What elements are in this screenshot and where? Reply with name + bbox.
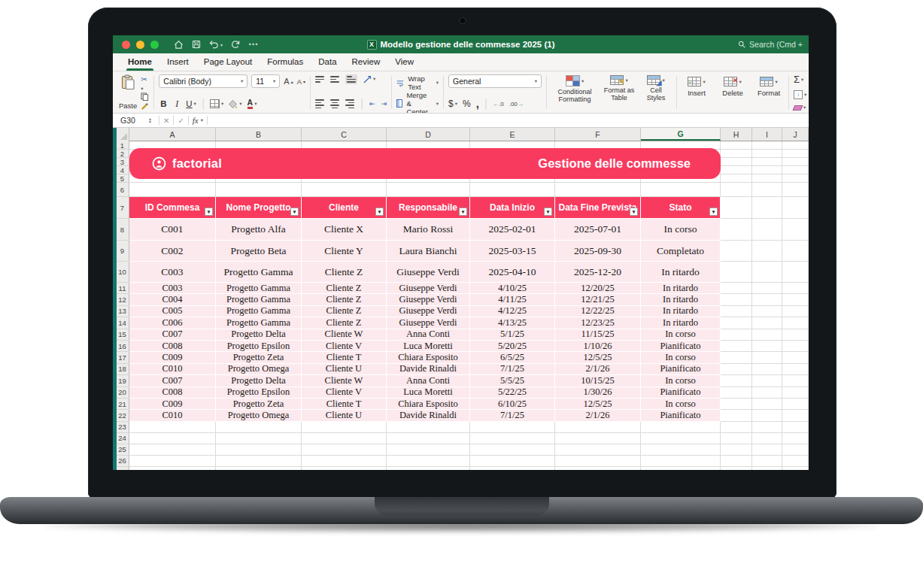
fill-color-button[interactable]: ▾ (229, 100, 241, 108)
cell-H6[interactable] (721, 183, 752, 197)
cell-D20[interactable]: Luca Moretti (387, 387, 470, 399)
cell-H1[interactable] (721, 141, 752, 150)
cell-E13[interactable]: 4/12/25 (470, 306, 555, 317)
filter-dropdown[interactable]: ▾ (630, 208, 638, 216)
align-center-icon[interactable] (330, 99, 339, 108)
percent-button[interactable]: % (463, 99, 471, 109)
cell-F14[interactable]: 12/23/25 (555, 317, 641, 329)
cell-I11[interactable] (752, 283, 782, 294)
cell-H20[interactable] (721, 387, 752, 399)
increase-indent-icon[interactable]: ⇥ (381, 100, 387, 108)
cell-H4[interactable] (721, 166, 752, 174)
cell-B15[interactable]: Progetto Delta (216, 329, 302, 341)
cell-D12[interactable]: Giuseppe Verdi (387, 294, 470, 305)
tab-formulas[interactable]: Formulas (260, 53, 311, 71)
cell-H24[interactable] (721, 433, 752, 444)
cell-I8[interactable] (752, 219, 782, 241)
orientation-icon[interactable]: ▾ (363, 75, 375, 83)
italic-button[interactable]: I (173, 99, 181, 110)
cell-E11[interactable]: 4/10/25 (470, 283, 555, 294)
cell-D27[interactable] (387, 467, 470, 470)
bold-button[interactable]: B (159, 99, 168, 108)
cell-H5[interactable] (721, 174, 752, 183)
cell-G14[interactable]: In ritardo (641, 317, 721, 329)
cell-J24[interactable] (782, 433, 809, 444)
cell-C9[interactable]: Cliente Y (302, 241, 387, 262)
cell-E26[interactable] (470, 456, 555, 467)
filter-dropdown[interactable]: ▾ (459, 208, 467, 216)
cell-A10[interactable]: C003 (129, 262, 216, 283)
cell-G22[interactable]: Pianificato (641, 410, 721, 421)
cell-J5[interactable] (782, 174, 809, 183)
cell-H15[interactable] (721, 329, 752, 341)
cell-B14[interactable]: Progetto Gamma (216, 317, 302, 329)
cell-J12[interactable] (782, 294, 809, 305)
increase-decimal-button[interactable]: ←.0 (493, 101, 504, 108)
cell-D11[interactable]: Giuseppe Verdi (387, 283, 470, 294)
cell-C12[interactable]: Cliente Z (302, 294, 387, 305)
cell-G6[interactable] (641, 183, 721, 197)
cell-F10[interactable]: 2025-12-20 (555, 262, 641, 283)
decrease-font-icon[interactable]: A▾ (297, 77, 305, 86)
cell-C11[interactable]: Cliente Z (302, 283, 387, 294)
cell-G16[interactable]: Pianificato (641, 341, 721, 352)
format-painter-icon[interactable] (141, 102, 149, 110)
cell-I15[interactable] (752, 329, 782, 341)
cell-G21[interactable]: In corso (641, 399, 721, 410)
wrap-text-label[interactable]: Wrap Text (408, 74, 433, 91)
cell-C7[interactable]: Cliente▾ (302, 197, 387, 219)
align-middle-icon[interactable] (330, 76, 339, 83)
cell-J3[interactable] (782, 158, 809, 166)
cell-C25[interactable] (302, 444, 387, 456)
undo-button[interactable]: ▾ (209, 40, 223, 49)
cell-H10[interactable] (721, 262, 752, 283)
insert-function-icon[interactable]: fx (193, 116, 199, 125)
cell-C17[interactable]: Cliente T (302, 352, 387, 363)
cell-H13[interactable] (721, 306, 752, 317)
name-box-stepper[interactable]: ▲▼ (148, 117, 152, 123)
cell-B25[interactable] (216, 444, 302, 456)
cell-C23[interactable] (302, 422, 387, 433)
cell-C26[interactable] (302, 456, 387, 467)
cell-A17[interactable]: C009 (129, 352, 216, 363)
cell-A9[interactable]: C002 (129, 241, 216, 262)
cell-F25[interactable] (555, 444, 641, 456)
column-header-G[interactable]: G (641, 128, 721, 141)
redo-icon[interactable] (231, 40, 240, 49)
cell-A20[interactable]: C008 (129, 387, 216, 399)
cell-D24[interactable] (387, 433, 470, 444)
cell-C27[interactable] (302, 467, 387, 470)
column-header-C[interactable]: C (302, 128, 387, 141)
cell-I24[interactable] (752, 433, 782, 444)
cell-E19[interactable]: 5/5/25 (470, 375, 555, 386)
cell-J9[interactable] (782, 241, 809, 262)
cell-E8[interactable]: 2025-02-01 (470, 219, 555, 241)
cell-A23[interactable] (129, 422, 216, 433)
clear-button[interactable]: ▾ (794, 105, 806, 111)
cell-I5[interactable] (752, 174, 782, 183)
number-format-select[interactable]: General▾ (448, 74, 542, 88)
filter-dropdown[interactable]: ▾ (290, 208, 299, 216)
cell-D7[interactable]: Responsabile▾ (387, 197, 470, 219)
cell-J27[interactable] (782, 467, 809, 470)
cell-B17[interactable]: Progetto Zeta (216, 352, 302, 363)
cell-H21[interactable] (721, 399, 752, 410)
font-name-select[interactable]: Calibri (Body)▾ (159, 74, 247, 88)
cell-F20[interactable]: 1/30/26 (555, 387, 641, 399)
cell-A24[interactable] (129, 433, 216, 444)
cell-E21[interactable]: 6/10/25 (470, 399, 555, 410)
cell-D25[interactable] (387, 444, 470, 456)
autosum-button[interactable]: Σ▾ (794, 74, 806, 84)
cell-D26[interactable] (387, 456, 470, 467)
cut-icon[interactable]: ✂▾ (141, 75, 149, 92)
cell-B27[interactable] (216, 467, 302, 470)
cell-I13[interactable] (752, 306, 782, 317)
cell-I22[interactable] (752, 410, 782, 421)
cell-C18[interactable]: Cliente U (302, 364, 387, 375)
paste-button[interactable]: Paste (119, 74, 137, 111)
cell-G26[interactable] (641, 456, 721, 467)
cell-B9[interactable]: Progetto Beta (216, 241, 302, 262)
cell-I3[interactable] (752, 158, 782, 166)
cell-F15[interactable]: 11/15/25 (555, 329, 641, 341)
cell-B21[interactable]: Progetto Zeta (216, 399, 302, 410)
